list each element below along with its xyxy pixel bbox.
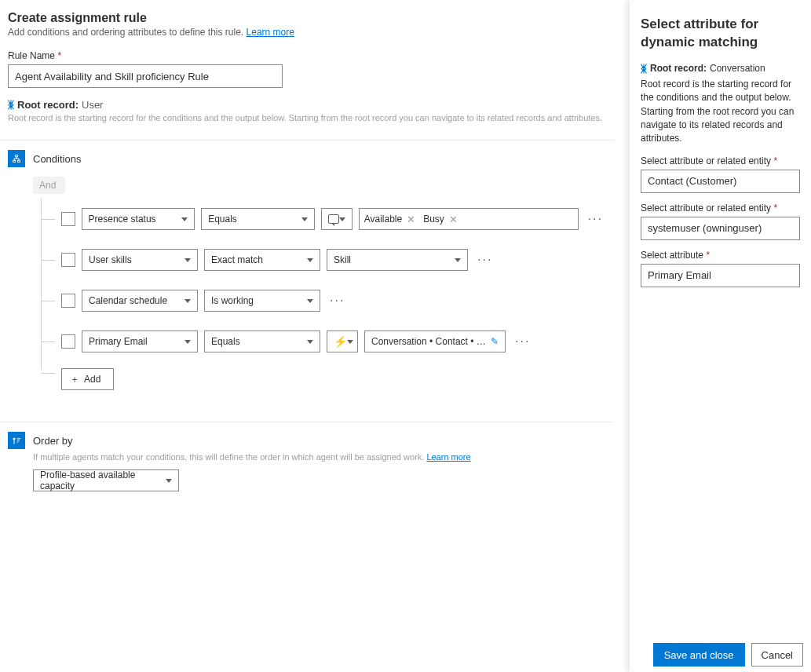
condition-tree: Presence status Equals Available ✕ Busy [41,199,606,390]
page-subtitle: Add conditions and ordering attributes t… [8,27,606,38]
condition-row: Presence status Equals Available ✕ Busy [41,199,606,239]
panel-root-record: ᛤ Root record: Conversation [641,63,800,75]
chevron-down-icon [166,479,172,483]
remove-tag-icon[interactable]: ✕ [449,214,458,225]
operator-dropdown[interactable]: Is working [204,290,320,312]
operator-dropdown[interactable]: Equals [204,331,320,352]
chevron-down-icon [181,217,188,221]
row-checkbox[interactable] [61,253,75,267]
edit-icon[interactable]: ✎ [491,336,499,347]
panel-field3-dropdown[interactable]: Primary Email [641,264,800,287]
cancel-button[interactable]: Cancel [751,643,803,667]
tag: Busy ✕ [423,214,458,225]
chevron-down-icon [339,217,345,221]
orderby-icon [8,432,25,449]
conditions-body: And Presence status Equals Ava [33,177,606,390]
rule-name-label: Rule Name * [8,50,606,61]
tag-value-input[interactable]: Available ✕ Busy ✕ [359,208,579,230]
operator-dropdown[interactable]: Equals [201,208,315,230]
orderby-dropdown[interactable]: Profile-based available capacity [33,469,179,491]
condition-row: Calendar schedule Is working ··· [41,280,606,321]
save-button[interactable]: Save and close [653,643,745,667]
group-operator[interactable]: And [33,177,65,194]
remove-tag-icon[interactable]: ✕ [407,214,415,225]
orderby-subtitle: If multiple agents match your conditions… [33,452,606,462]
static-value-icon [328,214,339,224]
field-dropdown[interactable]: Calendar schedule [82,290,198,312]
panel-field2-label: Select attribute or related entity * [641,203,800,214]
row-more-menu[interactable]: ··· [512,334,533,349]
panel-field1-dropdown[interactable]: Contact (Customer) [641,170,800,193]
panel-field2-dropdown[interactable]: systemuser (owninguser) [641,217,800,240]
attribute-panel: Select attribute for dynamic matching ᛤ … [630,0,811,672]
chevron-down-icon [347,340,353,344]
field-dropdown[interactable]: User skills [82,249,198,271]
row-more-menu[interactable]: ··· [327,294,348,308]
chevron-down-icon [307,258,313,262]
root-record-value: User [82,99,103,111]
orderby-learn-more-link[interactable]: Learn more [426,452,470,462]
page-subtitle-text: Add conditions and ordering attributes t… [8,27,247,38]
tag: Available ✕ [364,214,415,225]
plus-icon: ＋ [70,373,79,386]
add-condition-button[interactable]: ＋ Add [61,368,114,390]
divider [0,140,614,141]
panel-title: Select attribute for dynamic matching [641,16,800,52]
value-dropdown[interactable]: Skill [327,249,468,271]
dynamic-value-box[interactable]: Conversation • Contact • User • P... ✎ [364,331,506,352]
panel-field1-label: Select attribute or related entity * [641,155,800,166]
divider [0,422,614,422]
panel-footer: Save and close Cancel [630,637,811,672]
page-title: Create assignment rule [8,11,606,25]
conditions-icon [8,150,25,167]
field-dropdown[interactable]: Primary Email [82,331,198,352]
chevron-down-icon [455,258,461,262]
row-checkbox[interactable] [61,334,75,349]
hierarchy-icon: ᛤ [8,99,14,111]
value-type-dropdown[interactable] [321,208,353,230]
operator-dropdown[interactable]: Exact match [204,249,320,271]
panel-field3-label: Select attribute * [641,250,800,261]
row-checkbox[interactable] [61,294,75,308]
panel-root-desc: Root record is the starting record for t… [641,78,800,146]
row-more-menu[interactable]: ··· [585,212,606,226]
chevron-down-icon [307,299,313,303]
condition-row: User skills Exact match Skill ··· [41,239,606,280]
root-record-desc: Root record is the starting record for t… [8,112,606,124]
conditions-title: Conditions [33,153,81,165]
learn-more-link[interactable]: Learn more [247,27,294,38]
rule-name-input[interactable] [8,64,283,88]
root-record-label: Root record: [17,99,79,111]
orderby-header: Order by [8,432,606,449]
chevron-down-icon [184,258,191,262]
conditions-header: Conditions [8,150,606,167]
chevron-down-icon [307,340,313,344]
chevron-down-icon [301,217,308,221]
root-record-line: ᛤ Root record: User [8,99,606,111]
chevron-down-icon [184,340,191,344]
value-type-dropdown[interactable]: ⚡ [327,331,358,352]
condition-row: Primary Email Equals ⚡ Conversation • Co… [41,321,606,362]
orderby-title: Order by [33,435,73,447]
row-more-menu[interactable]: ··· [474,253,495,267]
hierarchy-icon: ᛤ [641,63,647,75]
dynamic-value-icon: ⚡ [334,335,347,348]
main-content: Create assignment rule Add conditions an… [0,0,614,672]
required-star: * [57,50,61,61]
row-checkbox[interactable] [61,212,75,226]
field-dropdown[interactable]: Presence status [82,208,195,230]
chevron-down-icon [184,299,191,303]
